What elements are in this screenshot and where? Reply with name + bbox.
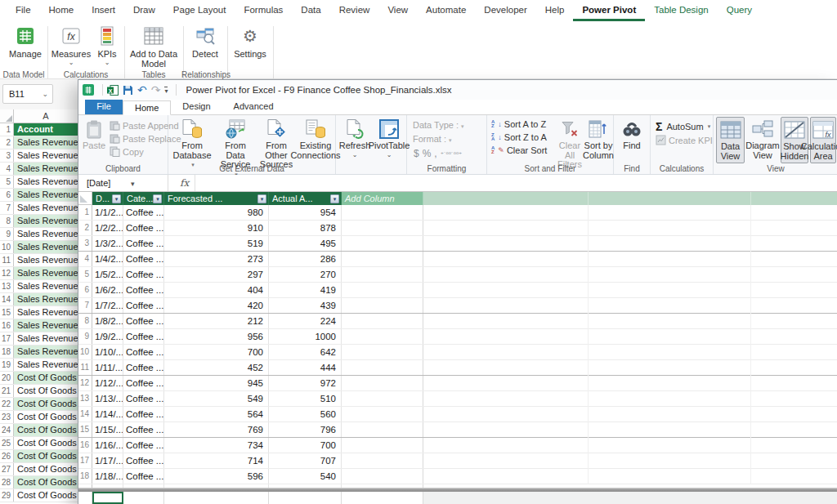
row-number[interactable]: 25	[0, 437, 14, 449]
create-kpi-button[interactable]: Create KPI	[656, 135, 713, 145]
cell-forecasted[interactable]: 858	[164, 484, 269, 488]
cell-actual[interactable]: 286	[269, 252, 342, 266]
menu-tab-file[interactable]: File	[7, 0, 40, 21]
undo-button[interactable]: ↶	[137, 83, 147, 96]
menu-tab-draw[interactable]: Draw	[124, 0, 164, 21]
cell-category[interactable]: Coffee ...	[123, 376, 164, 390]
row-number[interactable]: 5	[78, 267, 92, 282]
row-number[interactable]: 18	[0, 346, 14, 358]
cell-a16[interactable]: Sales Revenue	[14, 319, 78, 332]
cell-a4[interactable]: Sales Revenue	[14, 163, 78, 175]
cell-category[interactable]: Coffee ...	[123, 469, 164, 484]
cell-add-column[interactable]	[342, 221, 423, 235]
menu-tab-query[interactable]: Query	[718, 0, 761, 21]
row-number[interactable]: 16	[78, 438, 92, 453]
row-number[interactable]: 8	[0, 215, 14, 227]
cell-a12[interactable]: Sales Revenue	[14, 267, 78, 279]
number-format-buttons[interactable]: $%,⁺˙⁰⁰˙⁰⁰⁺	[414, 148, 462, 159]
cell-category[interactable]: Coffee ...	[123, 407, 164, 421]
cell-actual[interactable]: 972	[269, 376, 342, 390]
menu-tab-review[interactable]: Review	[330, 0, 379, 21]
row-number[interactable]: 7	[78, 298, 92, 313]
menu-tab-insert[interactable]: Insert	[83, 0, 124, 21]
row-number[interactable]: 12	[78, 376, 92, 390]
row-number[interactable]: 2	[0, 136, 14, 149]
cell-add-column[interactable]	[342, 469, 423, 484]
cell-actual[interactable]: 560	[269, 407, 342, 421]
cell-date[interactable]: 1/17/...	[92, 453, 123, 468]
filter-dropdown-icon[interactable]	[153, 194, 162, 203]
cell-category[interactable]: Coffee ...	[123, 438, 164, 453]
increase-decimal-icon[interactable]: ⁺˙⁰⁰	[441, 151, 451, 158]
cell-category[interactable]: Coffee ...	[123, 205, 164, 220]
row-number[interactable]: 2	[78, 221, 92, 235]
pivottable-button[interactable]: PivotTable ⌄	[372, 118, 406, 158]
cell-add-column[interactable]	[342, 205, 423, 220]
cell-a13[interactable]: Sales Revenue	[14, 280, 78, 292]
cell-category[interactable]: Coffee ...	[123, 314, 164, 328]
cell-actual[interactable]: 270	[269, 267, 342, 282]
cell-a25[interactable]: Cost Of Goods	[14, 437, 78, 449]
row-number[interactable]: 7	[0, 202, 14, 214]
cell-category[interactable]: Coffee ...	[123, 252, 164, 266]
row-number[interactable]: 3	[0, 149, 14, 162]
calc-cell[interactable]	[164, 492, 269, 504]
row-number[interactable]: 8	[78, 314, 92, 328]
selected-calc-cell[interactable]	[92, 492, 123, 504]
cell-a28[interactable]: Cost Of Goods	[14, 476, 78, 488]
cell-forecasted[interactable]: 734	[164, 438, 269, 453]
cell-a29[interactable]: Cost Of Goods	[14, 489, 78, 502]
cell-actual[interactable]: 510	[269, 391, 342, 406]
cell-category[interactable]: Coffee ...	[123, 329, 164, 344]
diagram-view-button[interactable]: Diagram View	[746, 118, 779, 160]
row-number[interactable]: 4	[78, 252, 92, 266]
row-number[interactable]: 23	[0, 411, 14, 423]
cell-a10[interactable]: Sales Revenue	[14, 241, 78, 253]
sort-by-column-button[interactable]: Sort by Column	[584, 118, 613, 160]
cell-add-column[interactable]	[342, 236, 423, 251]
clear-sort-button[interactable]: AZ✎ Clear Sort	[491, 145, 547, 155]
cell-date[interactable]: 1/16/...	[92, 438, 123, 453]
menu-tab-power-pivot[interactable]: Power Pivot	[573, 0, 645, 21]
calc-cell[interactable]	[123, 492, 164, 504]
menu-tab-view[interactable]: View	[378, 0, 417, 21]
cell-a21[interactable]: Cost Of Goods	[14, 385, 78, 397]
currency-button[interactable]: $	[414, 148, 423, 159]
cell-category[interactable]: Coffee ...	[123, 391, 164, 406]
row-number[interactable]: 6	[78, 283, 92, 297]
calculation-area[interactable]	[78, 492, 837, 504]
cell-forecasted[interactable]: 564	[164, 407, 269, 421]
cell-forecasted[interactable]: 714	[164, 453, 269, 468]
quick-access-toolbar-chevron[interactable]: ▾	[164, 87, 168, 94]
copy-button[interactable]: Copy	[110, 146, 144, 157]
row-number[interactable]: 19	[0, 359, 14, 371]
cell-add-column[interactable]	[342, 329, 423, 344]
cell-actual[interactable]: 700	[269, 438, 342, 453]
menu-tab-help[interactable]: Help	[536, 0, 574, 21]
percent-button[interactable]: %	[423, 148, 435, 159]
cell-date[interactable]: 1/18/...	[92, 469, 123, 484]
cell-actual[interactable]: 540	[269, 469, 342, 484]
calc-cell[interactable]	[269, 492, 342, 504]
cell-a2[interactable]: Sales Revenue	[14, 136, 78, 149]
filter-dropdown-icon[interactable]	[112, 194, 121, 203]
cell-category[interactable]: Coffee ...	[123, 360, 164, 375]
cell-forecasted[interactable]: 769	[164, 422, 269, 437]
cell-date[interactable]: 1/19/...	[92, 484, 123, 488]
cell-a22[interactable]: Cost Of Goods	[14, 398, 78, 410]
row-number[interactable]: 29	[0, 489, 14, 502]
column-name-box[interactable]: [Date] ▾	[78, 175, 168, 191]
cell-add-column[interactable]	[342, 391, 423, 406]
row-number[interactable]: 1	[78, 205, 92, 220]
cell-add-column[interactable]	[342, 283, 423, 297]
cell-forecasted[interactable]: 519	[164, 236, 269, 251]
row-number[interactable]: 20	[0, 372, 14, 384]
cell-a9[interactable]: Sales Revenue	[14, 228, 78, 240]
cell-forecasted[interactable]: 910	[164, 221, 269, 235]
cell-a6[interactable]: Sales Revenue	[14, 189, 78, 201]
cell-add-column[interactable]	[342, 484, 423, 488]
pp-tab-design[interactable]: Design	[171, 100, 222, 114]
cell-date[interactable]: 1/15/...	[92, 422, 123, 437]
row-number[interactable]: 22	[0, 398, 14, 410]
row-number[interactable]: 4	[0, 163, 14, 175]
